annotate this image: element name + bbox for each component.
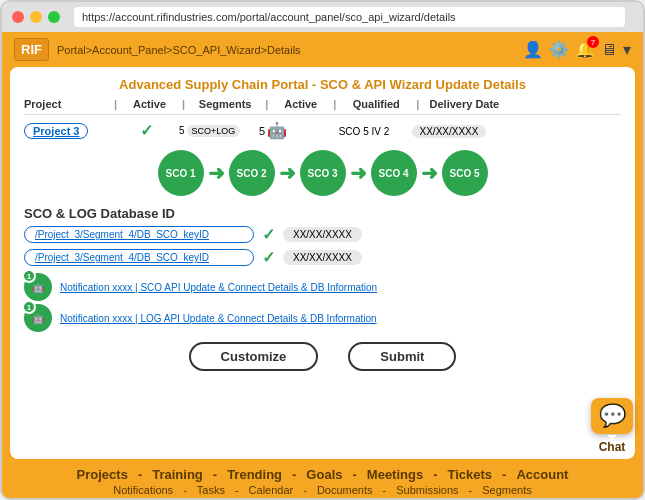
robot-icon: 🤖 [267, 121, 287, 140]
chat-bubble-icon: 💬 [591, 398, 633, 434]
db-date-2: XX/XX/XXXX [283, 250, 362, 265]
notifications-section: 1 🤖 Notification xxxx | SCO API Update &… [24, 273, 621, 332]
top-nav: RIF Portal>Account_Panel>SCO_API_Wizard>… [2, 32, 643, 63]
chat-button[interactable]: 💬 Chat [591, 398, 633, 454]
db-check-1: ✓ [262, 225, 275, 244]
nav-tasks[interactable]: Tasks [197, 484, 225, 496]
sco-flow: SCO 1 ➜ SCO 2 ➜ SCO 3 ➜ SCO 4 ➜ SCO 5 [24, 150, 621, 196]
sco-node-5[interactable]: SCO 5 [442, 150, 488, 196]
notif-row-1: 1 🤖 Notification xxxx | SCO API Update &… [24, 273, 621, 301]
url-text: https://account.rifindustries.com/portal… [82, 11, 456, 23]
notif-badge-2: 1 [22, 300, 36, 314]
submit-button[interactable]: Submit [348, 342, 456, 371]
nav-icons: 👤 ⚙️ 🔔 7 🖥 ▾ [523, 40, 631, 59]
chevron-down-icon[interactable]: ▾ [623, 40, 631, 59]
url-bar[interactable]: https://account.rifindustries.com/portal… [74, 7, 625, 27]
segment-badge: 5 SCO+LOG [179, 125, 259, 137]
db-section-title: SCO & LOG Database ID [24, 206, 621, 221]
user-icon[interactable]: 👤 [523, 40, 543, 59]
minimize-button[interactable] [30, 11, 42, 23]
title-bar: https://account.rifindustries.com/portal… [2, 2, 643, 32]
sco-node-4[interactable]: SCO 4 [371, 150, 417, 196]
sco-node-2[interactable]: SCO 2 [229, 150, 275, 196]
nav-submissions[interactable]: Submissions [396, 484, 458, 496]
table-row: Project 3 ✓ 5 SCO+LOG 5 🤖 [24, 121, 621, 140]
notif-badge-1: 1 [22, 269, 36, 283]
db-link-1[interactable]: /Project_3/Segment_4/DB_SCO_keyID [24, 226, 254, 243]
bottom-nav-row2: Notifications - Tasks - Calendar - Docum… [2, 484, 643, 496]
breadcrumb: Portal>Account_Panel>SCO_API_Wizard>Deta… [57, 44, 301, 56]
maximize-button[interactable] [48, 11, 60, 23]
screen-icon[interactable]: 🖥 [601, 41, 617, 59]
db-section: SCO & LOG Database ID /Project_3/Segment… [24, 206, 621, 267]
delivery-date: XX/XX/XXXX [412, 125, 487, 138]
chat-label: Chat [599, 440, 626, 454]
col-header-active: Active [117, 98, 182, 110]
nav-tickets[interactable]: Tickets [448, 467, 493, 482]
settings-icon[interactable]: ⚙️ [549, 40, 569, 59]
sco-arrow-4: ➜ [421, 161, 438, 185]
db-link-2[interactable]: /Project_3/Segment_4/DB_SCO_keyID [24, 249, 254, 266]
db-date-1: XX/XX/XXXX [283, 227, 362, 242]
table-header: Project | Active | Segments | Active | Q… [24, 98, 621, 115]
db-check-2: ✓ [262, 248, 275, 267]
nav-meetings[interactable]: Meetings [367, 467, 423, 482]
active-check: ✓ [140, 122, 153, 139]
bell-icon[interactable]: 🔔 7 [575, 40, 595, 59]
rif-logo: RIF [14, 38, 49, 61]
sco-arrow-3: ➜ [350, 161, 367, 185]
db-row-1: /Project_3/Segment_4/DB_SCO_keyID ✓ XX/X… [24, 225, 621, 244]
nav-account[interactable]: Account [516, 467, 568, 482]
bottom-nav: Projects - Training - Trending - Goals -… [2, 463, 643, 498]
bottom-nav-row1: Projects - Training - Trending - Goals -… [2, 467, 643, 482]
notif-text-2[interactable]: Notification xxxx | LOG API Update & Con… [60, 313, 377, 324]
sco-node-3[interactable]: SCO 3 [300, 150, 346, 196]
active2-value: 5 [259, 125, 265, 137]
notif-avatar-2: 1 🤖 [24, 304, 52, 332]
content-card: Advanced Supply Chain Portal - SCO & API… [10, 67, 635, 459]
nav-training[interactable]: Training [152, 467, 203, 482]
col-header-active2: Active [268, 98, 333, 110]
notif-text-1[interactable]: Notification xxxx | SCO API Update & Con… [60, 282, 377, 293]
col-header-project: Project [24, 98, 114, 110]
sco-node-1[interactable]: SCO 1 [158, 150, 204, 196]
nav-trending[interactable]: Trending [227, 467, 282, 482]
notification-badge: 7 [587, 36, 599, 48]
nav-projects[interactable]: Projects [77, 467, 128, 482]
nav-segments[interactable]: Segments [482, 484, 532, 496]
project-link[interactable]: Project 3 [24, 123, 88, 139]
notif-avatar-1: 1 🤖 [24, 273, 52, 301]
buttons-row: Customize Submit [24, 342, 621, 371]
sco-arrow-2: ➜ [279, 161, 296, 185]
qualified-text: SCO 5 IV 2 [339, 126, 390, 137]
db-row-2: /Project_3/Segment_4/DB_SCO_keyID ✓ XX/X… [24, 248, 621, 267]
nav-goals[interactable]: Goals [306, 467, 342, 482]
col-header-segments: Segments [185, 98, 265, 110]
col-header-delivery: Delivery Date [419, 98, 509, 110]
sco-arrow-1: ➜ [208, 161, 225, 185]
notif-row-2: 1 🤖 Notification xxxx | LOG API Update &… [24, 304, 621, 332]
main-area: RIF Portal>Account_Panel>SCO_API_Wizard>… [2, 32, 643, 498]
nav-calendar[interactable]: Calendar [249, 484, 294, 496]
nav-notifications[interactable]: Notifications [113, 484, 173, 496]
page-title: Advanced Supply Chain Portal - SCO & API… [24, 77, 621, 92]
nav-documents[interactable]: Documents [317, 484, 373, 496]
close-button[interactable] [12, 11, 24, 23]
customize-button[interactable]: Customize [189, 342, 319, 371]
col-header-qualified: Qualified [336, 98, 416, 110]
